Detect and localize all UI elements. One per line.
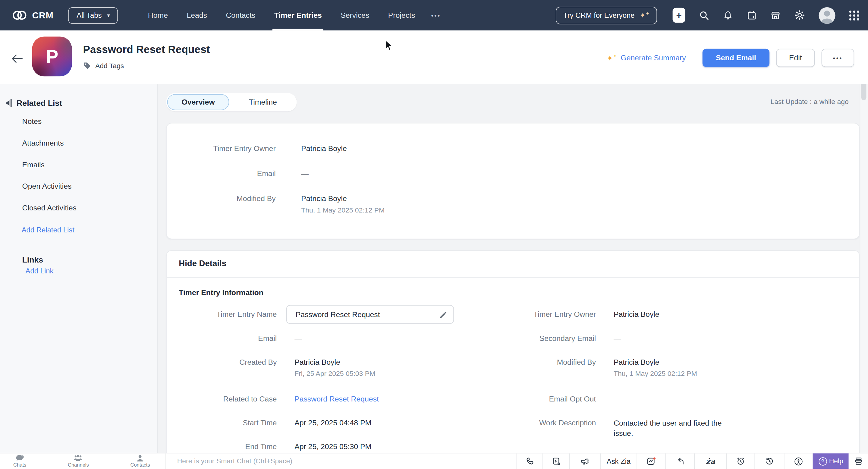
back-arrow-icon[interactable] <box>11 54 23 64</box>
tab-overview[interactable]: Overview <box>167 94 229 110</box>
app-window: CRM All Tabs ▼ Home Leads Contacts Timer… <box>0 0 868 469</box>
related-list-title: Related List <box>17 99 62 107</box>
announcements-button[interactable] <box>569 453 600 469</box>
nav-more-button[interactable]: ••• <box>425 0 447 30</box>
top-navbar: CRM All Tabs ▼ Home Leads Contacts Timer… <box>0 0 868 30</box>
field-created-by: Created By Patricia Boyle Fri, 25 Apr 20… <box>179 358 513 378</box>
timer-entry-info-grid: Timer Entry Name Password Reset Request … <box>167 297 859 451</box>
timer-entry-name-value: Password Reset Request <box>296 310 380 319</box>
sidebar-item-notes[interactable]: Notes <box>22 117 157 126</box>
field-secondary-email: Secondary Email — <box>513 334 847 343</box>
alarm-clock-icon <box>736 457 745 465</box>
ask-zia-button[interactable]: Ask Zia <box>600 453 637 469</box>
field-value: Patricia Boyle Fri, 25 Apr 2025 05:03 PM <box>294 358 375 378</box>
nav-item-contacts[interactable]: Contacts <box>216 0 265 30</box>
channels-icon <box>73 455 83 462</box>
field-value: Apr 25, 2025 04:48 PM <box>294 419 371 439</box>
zia-icon: ża <box>706 457 715 465</box>
nav-item-timer-entries[interactable]: Timer Entries <box>265 0 331 30</box>
help-button[interactable]: ? Help <box>812 453 848 469</box>
generate-summary-button[interactable]: ✦✦ Generate Summary <box>607 54 686 62</box>
user-avatar[interactable] <box>819 7 835 24</box>
navbar-actions: + <box>673 7 859 24</box>
edit-pencil-icon[interactable] <box>439 310 447 319</box>
timer-entry-name-input[interactable]: Password Reset Request <box>286 305 454 324</box>
nav-item-projects[interactable]: Projects <box>379 0 425 30</box>
chats-button[interactable]: Chats <box>13 455 26 468</box>
add-related-list-link[interactable]: Add Related List <box>22 226 157 234</box>
collapse-panel-icon[interactable] <box>5 99 11 107</box>
channels-button[interactable]: Channels <box>68 455 89 468</box>
modified-by-name: Patricia Boyle <box>301 194 384 203</box>
signals-button[interactable] <box>542 453 569 469</box>
field-label: Start Time <box>179 419 277 439</box>
chat-shortcuts: Chats Channels Contacts <box>0 453 166 469</box>
nav-item-leads[interactable]: Leads <box>177 0 216 30</box>
field-label: Timer Entry Name <box>179 305 277 324</box>
sidebar-item-closed-activities[interactable]: Closed Activities <box>22 204 157 213</box>
send-email-button[interactable]: Send Email <box>703 49 770 67</box>
sidebar-item-attachments[interactable]: Attachments <box>22 139 157 148</box>
phone-button[interactable] <box>517 453 542 469</box>
field-owner: Timer Entry Owner Patricia Boyle <box>513 305 847 324</box>
reminders-button[interactable] <box>726 453 754 469</box>
generate-summary-label: Generate Summary <box>621 54 686 62</box>
accessibility-button[interactable] <box>784 453 813 469</box>
view-tabs: Overview Timeline <box>166 93 297 112</box>
notifications-bell-icon[interactable] <box>723 10 733 20</box>
all-tabs-label: All Tabs <box>76 11 101 20</box>
modified-by-timestamp: Thu, 1 May 2025 02:12 PM <box>301 206 384 215</box>
apps-grid-icon[interactable] <box>849 10 859 20</box>
panel-stack-button[interactable] <box>849 453 868 469</box>
quick-create-button[interactable]: + <box>673 8 685 23</box>
field-label: Email <box>179 169 276 178</box>
info-row-3: Created By Patricia Boyle Fri, 25 Apr 20… <box>179 358 847 378</box>
sidebar-item-open-activities[interactable]: Open Activities <box>22 182 157 191</box>
nav-item-home[interactable]: Home <box>138 0 178 30</box>
edit-button[interactable]: Edit <box>776 49 815 67</box>
field-value: — <box>294 334 302 343</box>
all-tabs-dropdown[interactable]: All Tabs ▼ <box>68 7 118 24</box>
field-label: Timer Entry Owner <box>179 144 276 153</box>
brand-name: CRM <box>32 10 54 21</box>
record-avatar: P <box>32 36 72 76</box>
record-detail-main: Overview Timeline Last Update : a while … <box>166 84 860 469</box>
brand[interactable]: CRM <box>12 10 53 21</box>
nav-item-services[interactable]: Services <box>331 0 379 30</box>
calendar-icon[interactable] <box>747 10 757 20</box>
utility-strip: Ask Zia ża ? Help <box>517 453 868 469</box>
recent-items-button[interactable] <box>754 453 784 469</box>
modified-by-name: Patricia Boyle <box>614 358 697 367</box>
phone-icon <box>525 457 534 465</box>
add-tags-button[interactable]: Add Tags <box>83 61 210 70</box>
try-crm-button[interactable]: Try CRM for Everyone ✦✦ <box>555 6 657 24</box>
field-value: Patricia Boyle Thu, 1 May 2025 02:12 PM <box>614 358 697 378</box>
info-row-1: Timer Entry Name Password Reset Request … <box>179 305 847 324</box>
record-more-button[interactable]: ••• <box>822 49 854 67</box>
zia-insights-button[interactable] <box>637 453 665 469</box>
tab-timeline[interactable]: Timeline <box>229 98 297 106</box>
add-link-link[interactable]: Add Link <box>25 267 157 276</box>
smart-chat-input[interactable]: Here is your Smart Chat (Ctrl+Space) <box>166 453 517 469</box>
reply-button[interactable] <box>665 453 694 469</box>
smart-chat-placeholder: Here is your Smart Chat (Ctrl+Space) <box>177 457 292 465</box>
sidebar-item-emails[interactable]: Emails <box>22 161 157 169</box>
field-value: Patricia Boyle Thu, 1 May 2025 02:12 PM <box>301 194 384 216</box>
field-label: Related to Case <box>179 395 277 404</box>
search-icon[interactable] <box>699 10 709 20</box>
zia-button[interactable]: ża <box>694 453 726 469</box>
contacts-button[interactable]: Contacts <box>130 455 150 468</box>
chats-label: Chats <box>13 462 26 468</box>
field-empty <box>513 442 847 451</box>
page-title: Password Reset Request <box>83 44 210 56</box>
field-timer-entry-name: Timer Entry Name Password Reset Request <box>179 305 513 324</box>
hide-details-toggle[interactable]: Hide Details <box>179 259 226 268</box>
zoho-logo-icon <box>12 10 27 21</box>
field-start-time: Start Time Apr 25, 2025 04:48 PM <box>179 419 513 439</box>
related-case-link[interactable]: Password Reset Request <box>294 395 379 404</box>
vertical-scrollbar[interactable] <box>860 30 868 453</box>
marketplace-store-icon[interactable] <box>771 10 781 20</box>
primary-nav: Home Leads Contacts Timer Entries Servic… <box>138 0 447 30</box>
field-value: Patricia Boyle <box>301 144 347 153</box>
settings-gear-icon[interactable] <box>795 10 805 21</box>
